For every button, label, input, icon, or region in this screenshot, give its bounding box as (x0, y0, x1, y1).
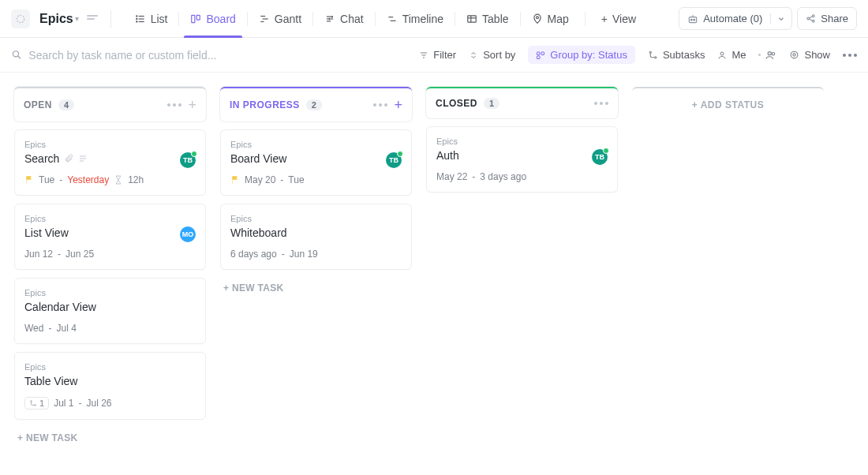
flag-icon (24, 175, 34, 185)
column-more-button[interactable] (167, 103, 181, 107)
board: OPEN4+EpicsSearchTBTue-Yesterday12hEpics… (0, 73, 868, 462)
card-dates: Tue-Yesterday12h (24, 174, 196, 185)
page-title-wrap[interactable]: Epics ▾ (35, 12, 79, 26)
online-dot-icon (603, 148, 609, 154)
subtasks-label: Subtasks (663, 49, 705, 61)
column-header[interactable]: CLOSED1 (426, 87, 618, 118)
share-label: Share (821, 13, 848, 24)
subtask-count[interactable]: 1 (24, 397, 49, 410)
assignees-button[interactable] (765, 50, 776, 61)
more-button[interactable] (843, 54, 857, 57)
column-title: CLOSED (436, 98, 477, 109)
svg-point-24 (691, 19, 693, 21)
subtasks-icon (29, 399, 37, 407)
assignee-avatar[interactable]: MO (180, 226, 196, 242)
dot-sep (758, 54, 761, 56)
timeline-icon (387, 13, 398, 24)
tab-label: Map (548, 13, 569, 25)
automate-label: Automate (0) (703, 13, 762, 24)
show-label: Show (804, 49, 830, 61)
filter-button[interactable]: Filter (419, 49, 456, 61)
task-card[interactable]: EpicsAuthTBMay 22-3 days ago (426, 126, 618, 193)
sort-button[interactable]: Sort by (469, 49, 515, 61)
person-icon (717, 50, 727, 60)
task-card[interactable]: EpicsCalendar ViewWed-Jul 4 (14, 278, 206, 344)
svg-point-22 (536, 16, 538, 18)
tab-list[interactable]: List (124, 0, 179, 38)
column-closed: CLOSED1EpicsAuthTBMay 22-3 days ago (426, 87, 618, 200)
svg-point-51 (35, 405, 36, 406)
svg-point-25 (694, 19, 695, 21)
svg-rect-8 (197, 15, 200, 20)
add-card-button[interactable]: + (394, 98, 402, 112)
online-dot-icon (191, 151, 197, 157)
tab-table[interactable]: Table (455, 0, 519, 38)
tab-label: List (151, 13, 168, 25)
date-sep: - (48, 323, 51, 334)
tab-chat[interactable]: Chat (313, 0, 375, 38)
tab-board[interactable]: Board (179, 0, 246, 38)
tab-timeline[interactable]: Timeline (376, 0, 455, 38)
add-status-button[interactable]: + ADD STATUS (632, 87, 824, 122)
svg-point-6 (136, 21, 137, 21)
start-date: May 22 (436, 171, 467, 182)
task-card[interactable]: EpicsBoard ViewTBMay 20-Tue (220, 129, 412, 196)
start-date: Jun 12 (24, 249, 53, 260)
card-title: Board View (230, 152, 286, 165)
column-more-button[interactable] (594, 102, 608, 105)
people-icon (765, 50, 776, 61)
group-button[interactable]: Group by: Status (528, 46, 635, 64)
show-button[interactable]: Show (789, 49, 830, 61)
group-label: Group by: Status (550, 49, 627, 61)
eye-icon (789, 50, 799, 60)
search-input[interactable] (28, 49, 406, 62)
svg-line-30 (810, 17, 813, 18)
date-sep: - (472, 171, 475, 182)
new-task-button[interactable]: + NEW TASK (220, 278, 412, 298)
time-estimate: 12h (128, 174, 144, 185)
column-more-button[interactable] (373, 103, 387, 107)
gantt-icon (259, 13, 270, 24)
svg-point-50 (31, 401, 32, 402)
view-tabs: ListBoardGanttChatTimelineTableMap (124, 0, 580, 38)
svg-point-40 (649, 51, 651, 53)
automate-button[interactable]: Automate (0) (679, 7, 792, 30)
card-title: Table View (24, 375, 77, 387)
date-sep: - (280, 174, 283, 185)
card-project: Epics (24, 214, 196, 223)
search-icon (11, 49, 22, 61)
tab-label: Table (482, 13, 508, 25)
description-icon (78, 154, 88, 163)
column-header[interactable]: OPEN4+ (14, 87, 206, 122)
column-header[interactable]: IN PROGRESS2+ (220, 87, 412, 122)
tab-gantt[interactable]: Gantt (248, 0, 312, 38)
task-card[interactable]: EpicsSearchTBTue-Yesterday12h (14, 129, 206, 196)
add-card-button[interactable]: + (188, 98, 196, 112)
add-view-button[interactable]: + View (590, 0, 647, 38)
date-sep: - (58, 249, 61, 260)
share-button[interactable]: Share (797, 7, 857, 30)
end-date: 3 days ago (480, 171, 526, 182)
subtasks-button[interactable]: Subtasks (648, 49, 705, 61)
chevron-down-icon: ▾ (75, 14, 79, 23)
task-card[interactable]: EpicsWhiteboard6 days ago-Jun 19 (220, 204, 412, 270)
card-title: Auth (436, 149, 459, 162)
plus-icon: + (601, 13, 608, 25)
tab-map[interactable]: Map (521, 0, 580, 38)
divider (110, 10, 111, 28)
me-button[interactable]: Me (717, 49, 746, 61)
task-card[interactable]: EpicsTable View1Jul 1-Jul 26 (14, 352, 206, 420)
automate-dropdown[interactable] (770, 13, 791, 24)
robot-icon (687, 13, 698, 24)
card-dates: Jun 12-Jun 25 (24, 249, 196, 260)
svg-point-32 (13, 51, 18, 57)
list-type-icon[interactable] (11, 9, 30, 28)
start-date: Jul 1 (54, 398, 73, 409)
column-title: IN PROGRESS (230, 99, 300, 110)
card-project: Epics (24, 288, 196, 297)
start-date: Tue (39, 174, 54, 185)
chevron-down-icon (777, 15, 785, 23)
svg-point-0 (17, 15, 24, 22)
task-card[interactable]: EpicsList ViewMOJun 12-Jun 25 (14, 204, 206, 270)
new-task-button[interactable]: + NEW TASK (14, 428, 206, 448)
